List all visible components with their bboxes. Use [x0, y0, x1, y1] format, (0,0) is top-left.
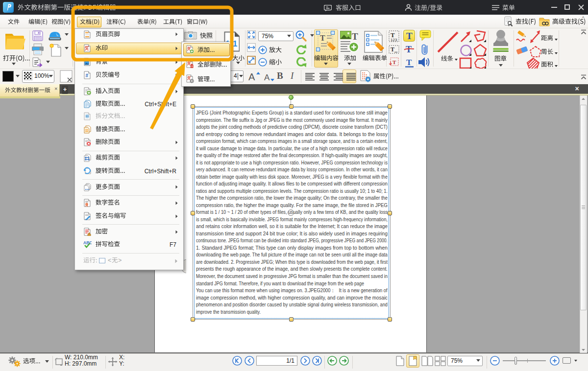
- svg-text:123: 123: [391, 38, 397, 42]
- svg-text:A: A: [264, 73, 270, 82]
- svg-text:#: #: [86, 73, 89, 78]
- svg-text:T: T: [392, 59, 396, 65]
- svg-text:A: A: [248, 71, 255, 82]
- svg-text:T: T: [406, 58, 412, 67]
- svg-text:T: T: [352, 31, 358, 42]
- svg-text:T: T: [406, 31, 413, 41]
- svg-text:ABC: ABC: [83, 240, 92, 245]
- svg-text:T: T: [320, 34, 325, 42]
- svg-text:T_: T_: [391, 46, 398, 53]
